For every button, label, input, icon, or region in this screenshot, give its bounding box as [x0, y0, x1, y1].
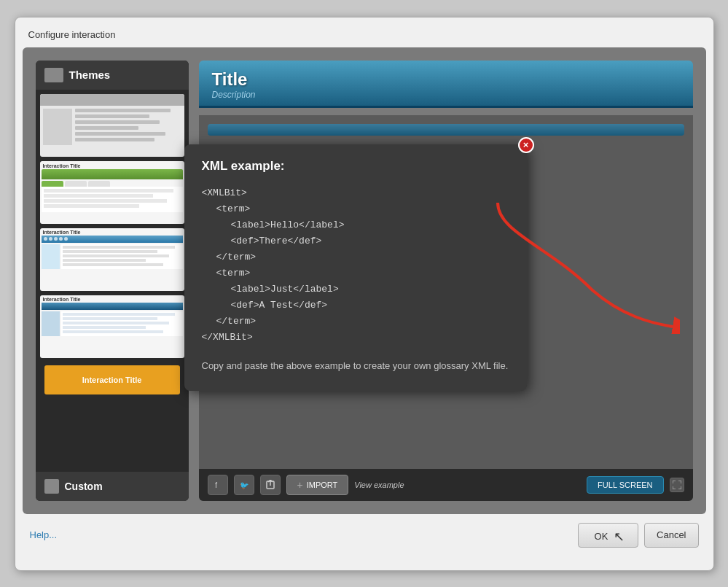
- content-area: × XML example: <XMLBit> <term> <label>He…: [199, 115, 693, 501]
- main-area: Title Description × XML example: <XMLBit…: [199, 61, 693, 501]
- custom-theme-item[interactable]: Interaction Title: [44, 365, 180, 394]
- dialog-close-button[interactable]: ×: [518, 137, 534, 153]
- title-bar-description: Description: [212, 90, 680, 100]
- ok-button[interactable]: OK ↖: [578, 523, 638, 548]
- sidebar: Themes: [36, 61, 189, 501]
- custom-icon: [44, 479, 59, 494]
- cursor-icon: ↖: [614, 529, 625, 544]
- dialog-bottom-bar: Help... OK ↖ Cancel: [23, 514, 706, 552]
- theme-item-blue1[interactable]: Interaction Title: [40, 228, 184, 291]
- code-line-1: <XMLBit>: [202, 185, 509, 201]
- title-bar-title: Title: [212, 69, 680, 90]
- main-content: Themes: [23, 47, 706, 514]
- window-title: Configure interaction: [23, 25, 706, 47]
- code-line-4: <def>There</def>: [202, 233, 509, 249]
- help-link[interactable]: Help...: [30, 529, 58, 540]
- theme-item-green[interactable]: Interaction Title: [40, 161, 184, 224]
- code-line-2: <term>: [202, 201, 509, 217]
- sidebar-footer: Custom: [36, 472, 189, 501]
- ok-label: OK: [595, 531, 608, 542]
- xml-code-block: <XMLBit> <term> <label>Hello</label> <de…: [202, 185, 509, 346]
- code-line-10: </XMLBit>: [202, 330, 509, 346]
- code-line-7: <label>Just</label>: [202, 281, 509, 298]
- themes-list: Interaction Title: [36, 90, 189, 472]
- cancel-button[interactable]: Cancel: [644, 523, 698, 548]
- code-line-6: <term>: [202, 265, 509, 281]
- custom-theme-label: Interaction Title: [82, 376, 142, 384]
- theme-item-blue2[interactable]: Interaction Title: [40, 295, 184, 358]
- dialog-title: XML example:: [202, 159, 509, 174]
- dialog-footer-text: Copy and paste the above example to crea…: [202, 359, 509, 373]
- themes-icon: [44, 68, 63, 82]
- code-line-3: <label>Hello</label>: [202, 217, 509, 233]
- sidebar-header: Themes: [36, 61, 189, 90]
- code-line-8: <def>A Test</def>: [202, 298, 509, 314]
- bottom-buttons: OK ↖ Cancel: [578, 523, 699, 548]
- code-line-5: </term>: [202, 249, 509, 265]
- theme-item-default[interactable]: [40, 94, 184, 157]
- popup-overlay: × XML example: <XMLBit> <term> <label>He…: [199, 115, 693, 501]
- cancel-label: Cancel: [657, 529, 686, 540]
- code-line-9: </term>: [202, 314, 509, 330]
- configure-interaction-window: Configure interaction Themes: [15, 17, 714, 571]
- sidebar-footer-label: Custom: [65, 481, 103, 492]
- xml-example-dialog: × XML example: <XMLBit> <term> <label>He…: [184, 144, 527, 391]
- sidebar-header-label: Themes: [69, 69, 111, 81]
- title-bar: Title Description: [199, 61, 693, 108]
